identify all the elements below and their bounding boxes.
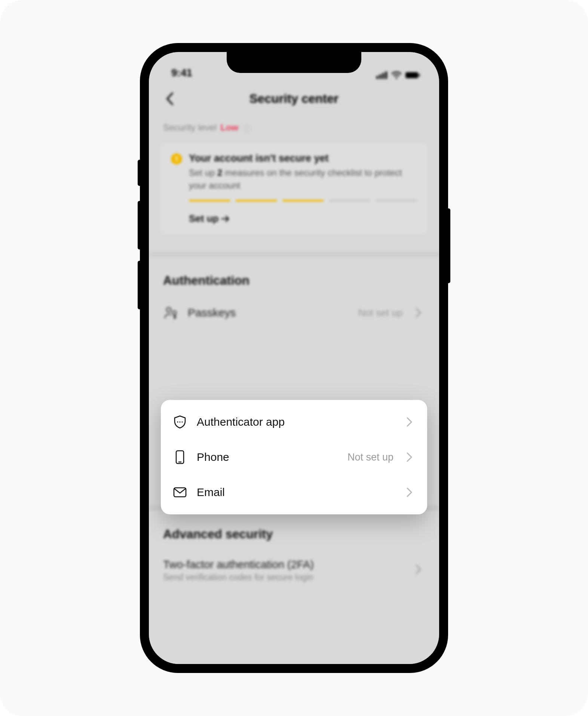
info-icon[interactable]: i <box>243 125 251 132</box>
svg-rect-4 <box>405 72 418 78</box>
security-alert-card: ! Your account isn't secure yet Set up 2… <box>159 142 429 235</box>
phone-frame: 9:41 <box>141 44 447 672</box>
status-indicators <box>376 71 420 79</box>
svg-point-7 <box>172 311 176 315</box>
svg-point-6 <box>166 307 171 312</box>
section-divider <box>149 252 439 257</box>
svg-point-9 <box>177 421 178 422</box>
arrow-right-icon <box>221 215 230 222</box>
warning-icon: ! <box>171 153 182 165</box>
section-advanced-title: Advanced security <box>159 511 429 549</box>
notch <box>227 52 361 73</box>
power-button <box>447 208 450 283</box>
security-level: Security level Low i <box>159 116 429 142</box>
email-icon <box>172 484 188 500</box>
background-blurred: 9:41 <box>149 52 439 664</box>
row-passkeys[interactable]: Passkeys Not set up <box>159 295 429 330</box>
section-authentication-title: Authentication <box>159 257 429 295</box>
page-title: Security center <box>249 92 339 106</box>
svg-point-10 <box>179 421 180 422</box>
row-label: Phone <box>197 451 339 463</box>
row-authenticator-app[interactable]: Authenticator app <box>168 404 420 440</box>
row-label: Passkeys <box>188 306 349 319</box>
row-status: Not set up <box>358 307 402 319</box>
svg-rect-2 <box>382 73 384 79</box>
chevron-right-icon <box>406 417 416 427</box>
setup-label: Set up <box>189 213 218 224</box>
row-label: Email <box>197 486 397 499</box>
auth-methods-popover: Authenticator app Phone Not set up <box>161 400 427 514</box>
battery-icon <box>405 71 420 79</box>
shield-icon <box>172 414 188 430</box>
side-button <box>138 160 141 186</box>
passkeys-icon <box>163 305 179 321</box>
alert-description: Set up 2 measures on the security checkl… <box>189 166 417 192</box>
volume-up-button <box>138 201 141 250</box>
phone-icon <box>172 449 188 465</box>
svg-rect-1 <box>379 74 381 79</box>
row-label: Two-factor authentication (2FA) <box>163 559 406 571</box>
screen: 9:41 <box>149 52 439 664</box>
row-phone[interactable]: Phone Not set up <box>168 440 420 475</box>
row-label: Authenticator app <box>197 416 397 428</box>
svg-rect-0 <box>376 76 378 79</box>
row-email[interactable]: Email <box>168 475 420 510</box>
wifi-icon <box>391 71 402 79</box>
chevron-right-icon <box>406 452 416 462</box>
security-level-label: Security level <box>163 122 217 132</box>
setup-button[interactable]: Set up <box>189 213 230 224</box>
nav-bar: Security center <box>149 82 439 116</box>
security-level-value: Low <box>220 122 238 132</box>
svg-point-11 <box>181 421 183 422</box>
cellular-icon <box>376 71 388 79</box>
row-sublabel: Send verification codes for secure login <box>163 572 406 582</box>
status-time: 9:41 <box>171 67 192 79</box>
chevron-right-icon <box>406 487 416 497</box>
row-2fa[interactable]: Two-factor authentication (2FA) Send ver… <box>159 549 429 592</box>
svg-rect-5 <box>419 74 420 76</box>
chevron-right-icon <box>415 308 425 318</box>
chevron-right-icon <box>415 564 425 574</box>
chevron-left-icon <box>166 92 174 105</box>
svg-rect-3 <box>385 71 387 79</box>
canvas: 9:41 <box>0 0 588 716</box>
back-button[interactable] <box>162 91 178 107</box>
progress-bar <box>189 200 417 202</box>
alert-title: Your account isn't secure yet <box>189 153 417 164</box>
row-status: Not set up <box>347 452 393 463</box>
volume-down-button <box>138 261 141 309</box>
